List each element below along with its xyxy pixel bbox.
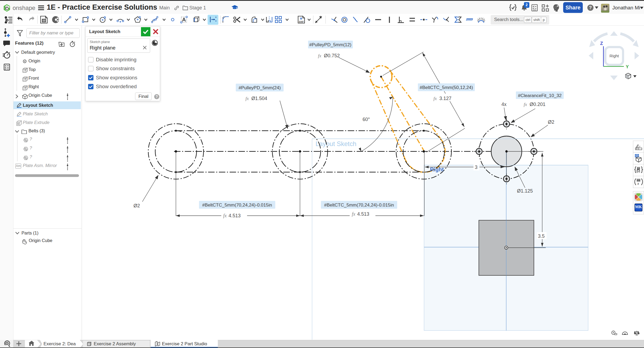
svg-text:fx: fx (524, 102, 527, 107)
svg-text:Y: Y (626, 64, 629, 69)
svg-text:Ø1.504: Ø1.504 (251, 96, 267, 101)
svg-text:4x: 4x (501, 102, 506, 107)
svg-text:4.513: 4.513 (229, 213, 241, 218)
svg-text:fx: fx (223, 213, 227, 218)
svg-text:Ø1.125: Ø1.125 (517, 188, 533, 194)
svg-text:3.127: 3.127 (439, 96, 451, 101)
svg-text:Ø2: Ø2 (133, 203, 140, 208)
svg-text:#BeltCTC_5mm(70,24,24)-0.015in: #BeltCTC_5mm(70,24,24)-0.015in (324, 203, 394, 208)
svg-text:#BeltCTC_5mm(50,12,24): #BeltCTC_5mm(50,12,24) (420, 85, 473, 90)
svg-text:fx: fx (433, 96, 437, 101)
svg-text:#ClearanceFit_10_32: #ClearanceFit_10_32 (518, 93, 562, 98)
svg-text:Ø0.752: Ø0.752 (324, 53, 340, 58)
svg-text:Right: Right (430, 166, 444, 172)
svg-text:A: A (182, 17, 186, 23)
svg-text:DXF: DXF (299, 20, 304, 23)
svg-text:Right: Right (609, 54, 619, 58)
svg-text:Ø0.201: Ø0.201 (530, 102, 545, 107)
svg-text:Ø2: Ø2 (548, 119, 554, 125)
svg-text:fx: fx (352, 211, 355, 217)
svg-text:4.513: 4.513 (357, 211, 369, 217)
svg-text:Layout Sketch: Layout Sketch (316, 140, 356, 147)
svg-text:3: 3 (475, 165, 477, 170)
svg-text:x: x (637, 181, 639, 186)
svg-text:fx: fx (245, 96, 249, 101)
svg-text:Z: Z (600, 41, 603, 46)
svg-text:#PulleyPD_5mm(12): #PulleyPD_5mm(12) (309, 42, 352, 47)
svg-text:#BeltCTC_5mm(70,24,24)-0.015in: #BeltCTC_5mm(70,24,24)-0.015in (202, 203, 272, 208)
svg-text:#PulleyPD_5mm(24): #PulleyPD_5mm(24) (239, 85, 281, 90)
svg-text:3.5: 3.5 (538, 233, 545, 239)
svg-text:fx: fx (318, 53, 321, 58)
svg-text:60°: 60° (363, 117, 370, 122)
